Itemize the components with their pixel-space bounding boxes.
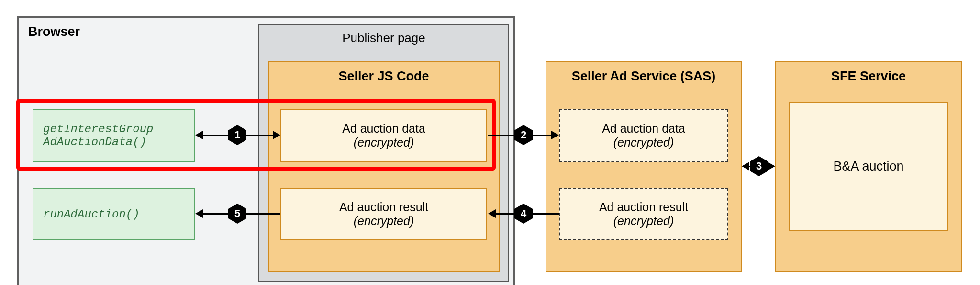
seller-js-data-line2: (encrypted) [281,136,486,149]
api-get-interest-group-box: getInterestGroup AdAuctionData() [33,109,195,162]
arrow-2-head-right [551,131,559,139]
step-badge-3: 3 [748,156,769,177]
step-badge-2: 2 [513,125,534,146]
browser-title: Browser [28,24,80,39]
seller-js-ad-auction-result-box: Ad auction result (encrypted) [280,188,487,240]
seller-js-code-box: Seller JS Code [268,61,500,272]
sas-ad-auction-result-box: Ad auction result (encrypted) [559,188,728,240]
seller-js-title: Seller JS Code [269,69,499,84]
step-2-label: 2 [521,129,526,141]
sas-result-line1: Ad auction result [560,200,727,214]
diagram-canvas: Browser Publisher page Seller JS Code Se… [10,10,980,285]
step-1-label: 1 [234,129,240,141]
step-badge-5: 5 [227,203,248,224]
api-run-ad-auction-label: runAdAuction() [43,208,194,221]
step-5-label: 5 [234,207,240,220]
sas-title: Seller Ad Service (SAS) [546,69,741,84]
arrow-4-head-left [488,209,496,218]
arrow-1-head-right [273,131,280,139]
seller-js-result-line2: (encrypted) [281,214,486,228]
sfe-ba-auction-box: B&A auction [789,102,948,231]
api-run-ad-auction-box: runAdAuction() [33,188,195,240]
api-get-ig-line1: getInterestGroup [43,123,194,136]
seller-js-result-line1: Ad auction result [281,200,486,214]
publisher-page-title: Publisher page [259,31,508,46]
arrow-5-head-left [195,209,203,218]
seller-js-ad-auction-data-box: Ad auction data (encrypted) [280,109,487,162]
sas-result-line2: (encrypted) [560,214,727,228]
sas-data-line2: (encrypted) [560,136,727,149]
step-badge-4: 4 [513,203,534,224]
seller-js-data-line1: Ad auction data [281,122,486,136]
sas-data-line1: Ad auction data [560,122,727,136]
sas-box: Seller Ad Service (SAS) [546,61,742,272]
step-badge-1: 1 [227,125,248,146]
sas-ad-auction-data-box: Ad auction data (encrypted) [559,109,728,162]
step-3-label: 3 [756,160,762,172]
arrow-1-head-left [195,131,203,139]
sfe-title: SFE Service [776,69,961,84]
api-get-ig-line2: AdAuctionData() [43,136,194,148]
step-4-label: 4 [521,207,526,220]
sfe-ba-auction-label: B&A auction [790,159,947,174]
